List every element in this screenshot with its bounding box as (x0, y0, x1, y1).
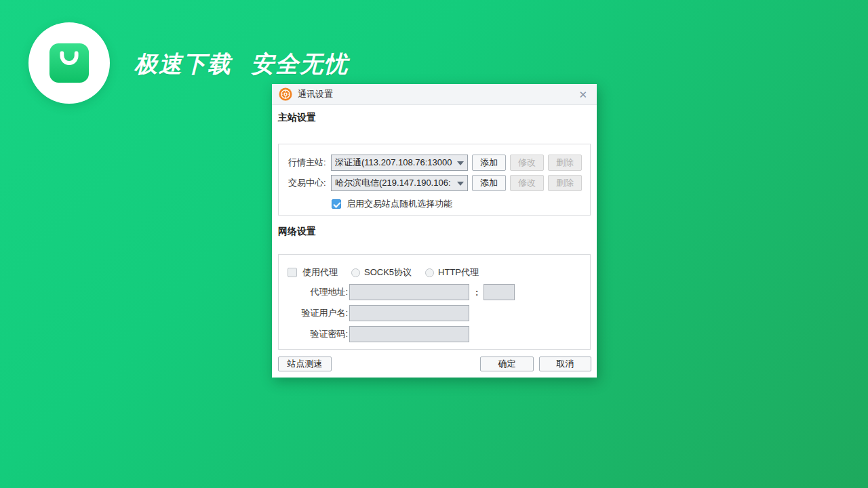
sock5-radio[interactable] (351, 268, 360, 277)
main-station-heading: 主站设置 (278, 111, 316, 123)
proxy-options-row: 使用代理 SOCK5协议 HTTP代理 (288, 266, 479, 279)
quote-add-button[interactable]: 添加 (472, 155, 506, 171)
ok-button[interactable]: 确定 (480, 357, 534, 371)
chevron-down-icon (457, 161, 464, 165)
auth-password-row: 验证密码: (283, 326, 469, 342)
chevron-down-icon (457, 182, 464, 186)
trade-center-row: 交易中心: 哈尔滨电信(219.147.190.106: 添加 修改 删除 (288, 175, 582, 191)
tagline-part2: 安全无忧 (251, 51, 349, 77)
quote-server-label: 行情主站: (288, 157, 331, 169)
random-site-checkbox[interactable] (332, 199, 341, 209)
proxy-address-row: 代理地址: : (283, 284, 515, 300)
proxy-address-input[interactable] (349, 284, 469, 300)
cancel-button[interactable]: 取消 (539, 357, 591, 371)
random-site-row: 启用交易站点随机选择功能 (332, 198, 452, 210)
trade-modify-button[interactable]: 修改 (510, 175, 544, 191)
dialog-titlebar[interactable]: 通讯设置 ✕ (272, 84, 597, 105)
auth-username-row: 验证用户名: (283, 305, 469, 321)
random-site-label: 启用交易站点随机选择功能 (347, 198, 452, 210)
network-groupbox: 使用代理 SOCK5协议 HTTP代理 代理地址: : 验证用户名: 验证密码: (278, 254, 591, 350)
auth-password-input[interactable] (349, 326, 469, 342)
auth-password-label: 验证密码: (283, 328, 348, 340)
quote-modify-button[interactable]: 修改 (510, 155, 544, 171)
trade-center-value: 哈尔滨电信(219.147.190.106: (335, 177, 456, 189)
use-proxy-label: 使用代理 (302, 266, 338, 279)
network-heading: 网络设置 (278, 225, 316, 237)
quote-server-dropdown[interactable]: 深证通(113.207.108.76:13000 (331, 155, 468, 171)
proxy-port-input[interactable] (484, 284, 515, 300)
quote-delete-button[interactable]: 删除 (548, 155, 582, 171)
communication-settings-dialog: 通讯设置 ✕ 主站设置 行情主站: 深证通(113.207.108.76:130… (272, 84, 597, 378)
shopping-bag-icon (48, 42, 90, 84)
auth-username-input[interactable] (349, 305, 469, 321)
proxy-address-label: 代理地址: (283, 286, 348, 298)
trade-center-dropdown[interactable]: 哈尔滨电信(219.147.190.106: (331, 175, 468, 191)
http-proxy-label: HTTP代理 (438, 266, 479, 279)
quote-server-value: 深证通(113.207.108.76:13000 (335, 157, 456, 169)
app-logo (28, 22, 110, 104)
tagline: 极速下载安全无忧 (134, 50, 349, 77)
port-separator: : (475, 287, 478, 298)
http-proxy-radio[interactable] (425, 268, 434, 277)
quote-server-row: 行情主站: 深证通(113.207.108.76:13000 添加 修改 删除 (288, 155, 582, 171)
close-icon[interactable]: ✕ (576, 88, 590, 101)
trade-add-button[interactable]: 添加 (472, 175, 506, 191)
use-proxy-checkbox[interactable] (288, 268, 297, 277)
sock5-label: SOCK5协议 (364, 266, 412, 279)
dialog-title: 通讯设置 (298, 88, 333, 100)
trade-center-label: 交易中心: (288, 177, 331, 189)
trade-delete-button[interactable]: 删除 (548, 175, 582, 191)
main-station-groupbox: 行情主站: 深证通(113.207.108.76:13000 添加 修改 删除 … (278, 144, 591, 216)
coin-logo-icon (279, 87, 292, 101)
tagline-part1: 极速下载 (134, 51, 232, 77)
auth-username-label: 验证用户名: (283, 307, 348, 319)
site-speedtest-button[interactable]: 站点测速 (278, 357, 332, 371)
